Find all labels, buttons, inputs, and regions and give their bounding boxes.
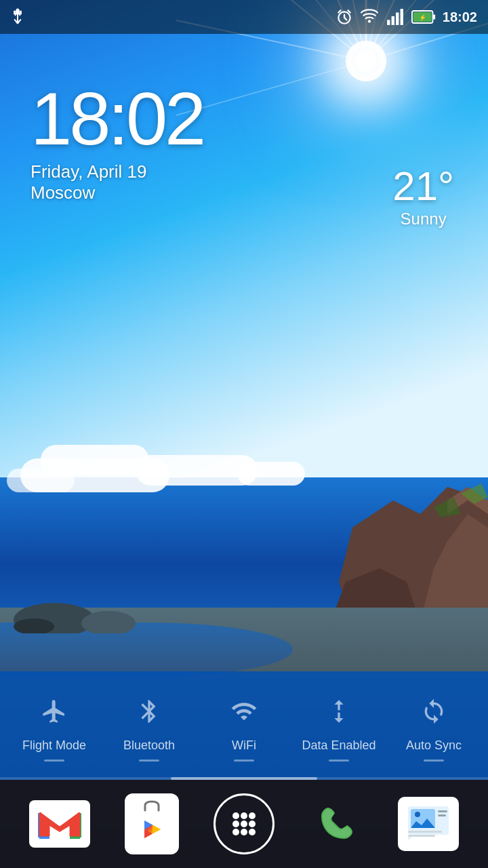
- svg-rect-59: [408, 835, 435, 837]
- wifi-toggle-icon: [222, 690, 266, 733]
- messaging-logo: [404, 802, 453, 846]
- clock-widget: 18:02 Friday, April 19 Moscow: [30, 81, 203, 203]
- weather-temperature: 21°: [392, 163, 454, 210]
- svg-point-30: [368, 20, 371, 22]
- toggle-wifi[interactable]: WiFi: [197, 690, 291, 762]
- dock-play-store[interactable]: [118, 790, 186, 858]
- auto-sync-indicator: [424, 760, 444, 762]
- app-drawer-button[interactable]: [214, 793, 274, 854]
- svg-rect-36: [432, 14, 435, 19]
- svg-rect-58: [408, 831, 442, 833]
- messaging-icon: [398, 797, 459, 851]
- clock-time: 18:02: [30, 81, 203, 156]
- svg-point-45: [232, 821, 239, 827]
- weather-widget: 21° Sunny: [392, 163, 454, 229]
- svg-point-47: [249, 821, 256, 827]
- svg-point-42: [232, 812, 239, 819]
- flight-mode-icon: [33, 690, 76, 733]
- wifi-icon: [360, 8, 379, 26]
- svg-point-50: [249, 829, 256, 835]
- data-enabled-label: Data Enabled: [302, 738, 375, 753]
- clock-date: Friday, April 19: [30, 161, 203, 182]
- flight-mode-label: Flight Mode: [22, 738, 86, 753]
- gmail-icon: [29, 800, 90, 848]
- flight-mode-indicator: [44, 760, 64, 762]
- svg-rect-34: [400, 9, 403, 25]
- wifi-symbol: [230, 698, 258, 725]
- svg-point-44: [249, 812, 256, 819]
- sync-symbol: [420, 698, 447, 725]
- svg-point-51: [310, 798, 362, 850]
- auto-sync-icon: [412, 690, 455, 733]
- bluetooth-indicator: [139, 760, 159, 762]
- bottom-dock: [0, 780, 488, 868]
- usb-icon: [11, 7, 24, 26]
- play-store-icon: [125, 793, 179, 854]
- clock-location: Moscow: [30, 182, 203, 203]
- signal-icon: [386, 8, 405, 26]
- phone-icon: [306, 793, 367, 854]
- toggle-flight-mode[interactable]: Flight Mode: [7, 690, 102, 762]
- app-drawer-grid-icon: [226, 806, 262, 842]
- svg-rect-31: [387, 20, 390, 25]
- status-right: ⚡ 18:02: [336, 8, 477, 26]
- toggle-auto-sync[interactable]: Auto Sync: [386, 690, 481, 762]
- svg-point-43: [241, 812, 247, 819]
- status-time: 18:02: [443, 9, 477, 25]
- data-enabled-icon: [317, 690, 361, 733]
- battery-icon: ⚡: [411, 9, 436, 24]
- svg-point-48: [232, 829, 239, 835]
- bluetooth-label: Bluetooth: [123, 738, 175, 753]
- beach-rocks: [0, 566, 203, 633]
- svg-point-46: [241, 821, 247, 827]
- svg-rect-57: [438, 814, 446, 816]
- svg-text:⚡: ⚡: [419, 14, 427, 22]
- toggle-bluetooth[interactable]: Bluetooth: [102, 690, 197, 762]
- weather-description: Sunny: [392, 210, 454, 229]
- dock-gmail[interactable]: [26, 790, 94, 858]
- gmail-logo: [36, 806, 83, 842]
- status-left: [11, 7, 24, 26]
- dock-app-drawer[interactable]: [210, 790, 278, 858]
- svg-point-49: [241, 829, 247, 835]
- phone-logo: [309, 797, 363, 851]
- quick-toggles-panel: Flight Mode Bluetooth WiFi Data Enabled: [0, 671, 488, 780]
- svg-rect-32: [391, 16, 394, 25]
- svg-point-13: [356, 51, 376, 71]
- airplane-icon: [41, 698, 68, 725]
- dock-phone[interactable]: [302, 790, 370, 858]
- auto-sync-label: Auto Sync: [406, 738, 462, 753]
- data-arrows-symbol: [325, 698, 352, 725]
- wifi-label: WiFi: [232, 738, 256, 753]
- dock-messaging[interactable]: [394, 790, 462, 858]
- svg-rect-56: [438, 810, 447, 812]
- bluetooth-icon: [127, 690, 171, 733]
- play-store-logo: [131, 800, 172, 848]
- status-bar: ⚡ 18:02: [0, 0, 488, 34]
- alarm-icon: [336, 8, 353, 26]
- bluetooth-symbol: [136, 698, 163, 725]
- svg-rect-33: [396, 13, 399, 25]
- wifi-indicator: [234, 760, 254, 762]
- data-indicator: [329, 760, 349, 762]
- svg-point-55: [415, 812, 420, 817]
- toggle-data[interactable]: Data Enabled: [291, 690, 386, 762]
